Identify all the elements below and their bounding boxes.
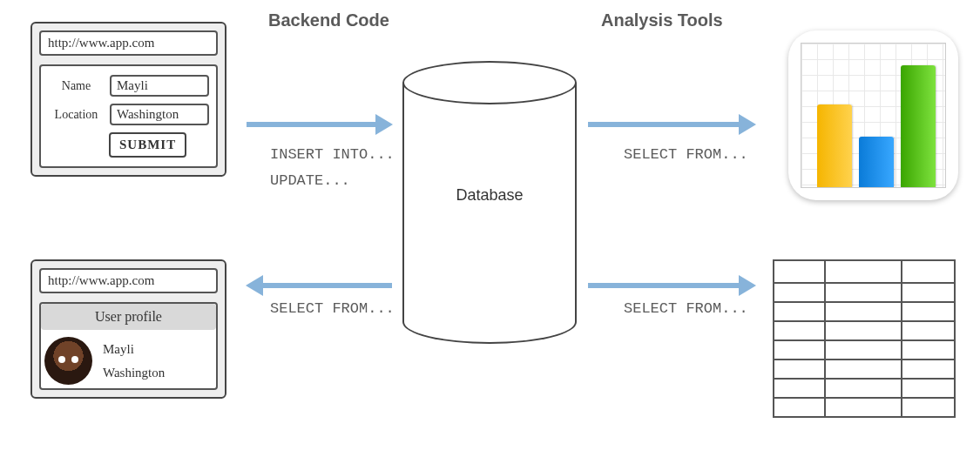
sql-update-label: UPDATE... [270, 172, 350, 189]
browser-window-profile: http://www.app.com User profile Mayli Wa… [30, 259, 226, 399]
table-row [774, 302, 955, 321]
sql-select-left-label: SELECT FROM... [270, 300, 395, 317]
address-bar[interactable]: http://www.app.com [39, 30, 218, 56]
bar-green [901, 65, 936, 187]
backend-code-heading: Backend Code [268, 10, 389, 30]
arrow-form-to-db [247, 122, 377, 127]
database-cylinder: Database [402, 61, 577, 344]
chart-grid [801, 43, 946, 188]
name-input[interactable]: Mayli [110, 75, 209, 97]
sql-select-right-bottom-label: SELECT FROM... [624, 300, 748, 317]
table-row [774, 260, 955, 283]
name-row: Name Mayli [48, 75, 209, 97]
sql-select-right-top-label: SELECT FROM... [624, 146, 748, 163]
database-top-ellipse [402, 61, 577, 104]
avatar-icon [44, 337, 92, 385]
address-bar[interactable]: http://www.app.com [39, 268, 218, 293]
form-container: Name Mayli Location Washington SUBMIT [39, 64, 218, 168]
table-row [774, 321, 955, 340]
profile-card: User profile Mayli Washington [39, 302, 218, 390]
bar-blue [859, 137, 894, 187]
profile-location: Washington [103, 361, 165, 385]
location-row: Location Washington [48, 104, 209, 125]
bar-yellow [817, 104, 852, 187]
name-label: Name [48, 79, 105, 93]
location-label: Location [48, 108, 105, 122]
chart-app-icon [788, 30, 958, 200]
location-input[interactable]: Washington [110, 104, 209, 125]
arrow-db-to-sheet [588, 283, 740, 288]
table-row [774, 340, 955, 360]
profile-header: User profile [41, 304, 216, 330]
arrow-db-to-profile [261, 283, 392, 288]
spreadsheet-icon [773, 259, 956, 418]
sql-insert-label: INSERT INTO... [270, 146, 395, 163]
table-row [774, 379, 955, 398]
profile-name: Mayli [103, 338, 165, 361]
table-row [774, 360, 955, 379]
browser-window-form: http://www.app.com Name Mayli Location W… [30, 22, 226, 177]
database-body: Database [402, 83, 577, 344]
analysis-tools-heading: Analysis Tools [601, 10, 723, 30]
database-label: Database [456, 186, 523, 205]
profile-text: Mayli Washington [103, 338, 165, 385]
table-row [774, 398, 955, 417]
submit-button[interactable]: SUBMIT [109, 132, 186, 158]
arrow-db-to-chart [588, 122, 740, 127]
table-row [774, 283, 955, 302]
